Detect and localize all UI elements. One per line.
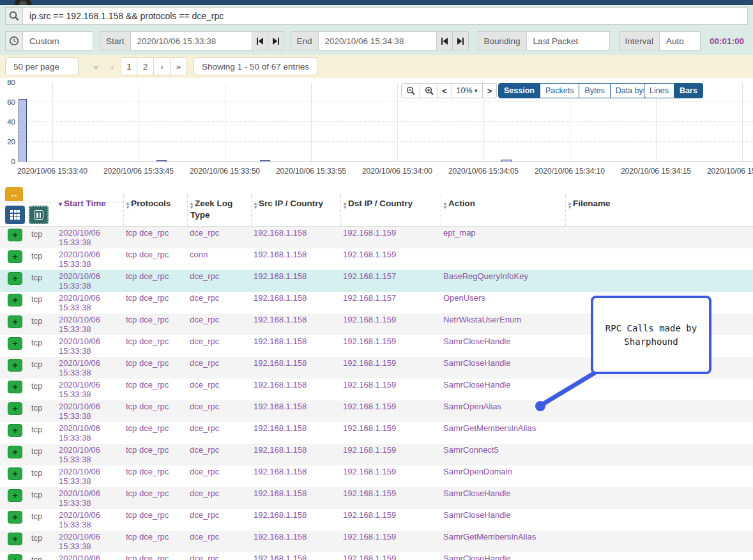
row-action[interactable]: ept_map [441, 227, 565, 248]
row-dst-ip[interactable]: 192.168.1.159 [340, 314, 441, 335]
metric-bytes-button[interactable]: Bytes [579, 83, 610, 98]
row-zeek-log-type[interactable]: dce_rpc [187, 509, 251, 531]
search-input[interactable] [23, 7, 748, 25]
expand-row-button[interactable]: + [8, 272, 22, 285]
page-2-button[interactable]: 2 [137, 57, 154, 75]
row-protocols[interactable]: tcp dce_rpc [123, 227, 187, 248]
page-1-button[interactable]: 1 [121, 57, 137, 75]
row-src-ip[interactable]: 192.168.1.158 [251, 314, 340, 335]
row-dst-ip[interactable]: 192.168.1.159 [340, 335, 441, 357]
row-src-ip[interactable]: 192.168.1.158 [251, 444, 340, 465]
row-action[interactable]: SamrCloseHandle [441, 552, 565, 560]
row-dst-ip[interactable]: 192.168.1.159 [340, 357, 441, 379]
row-action[interactable]: BaseRegQueryInfoKey [441, 270, 565, 292]
row-dst-ip[interactable]: 192.168.1.159 [340, 465, 441, 487]
row-action[interactable] [441, 248, 565, 270]
row-protocols[interactable]: tcp dce_rpc [123, 270, 187, 292]
row-zeek-log-type[interactable]: dce_rpc [187, 270, 251, 292]
row-src-ip[interactable]: 192.168.1.158 [251, 422, 340, 444]
row-action[interactable]: SamrCloseHandle [441, 379, 565, 400]
column-header-dst-ip[interactable]: ▴▾Dst IP / Country [340, 194, 441, 226]
table-row[interactable]: + tcp 2020/10/06 15:33:38 tcp dce_rpc co… [0, 248, 753, 270]
start-step-back-button[interactable] [252, 31, 268, 50]
row-src-ip[interactable]: 192.168.1.158 [251, 400, 340, 422]
prev-page-button[interactable]: ‹ [104, 57, 121, 75]
column-header-protocols[interactable]: ▴▾Protocols [123, 194, 187, 226]
table-row[interactable]: + tcp 2020/10/06 15:33:38 tcp dce_rpc dc… [0, 531, 753, 552]
row-zeek-log-type[interactable]: dce_rpc [187, 292, 251, 314]
row-zeek-log-type[interactable]: dce_rpc [187, 335, 251, 357]
pan-left-button[interactable]: < [437, 83, 452, 98]
row-zeek-log-type[interactable]: dce_rpc [187, 379, 251, 400]
expand-row-button[interactable]: + [8, 533, 22, 545]
column-header-src-ip[interactable]: ▴▾Src IP / Country [251, 194, 340, 226]
expand-row-button[interactable]: + [8, 489, 22, 502]
row-protocols[interactable]: tcp dce_rpc [123, 400, 187, 422]
zoom-level-select[interactable]: 10% ▾ [452, 83, 483, 98]
row-src-ip[interactable]: 192.168.1.158 [251, 487, 340, 509]
end-step-back-button[interactable] [437, 31, 453, 50]
row-action[interactable]: SamrCloseHandle [441, 509, 565, 531]
row-dst-ip[interactable]: 192.168.1.157 [340, 292, 441, 314]
row-zeek-log-type[interactable]: dce_rpc [187, 357, 251, 379]
expand-row-button[interactable]: + [8, 511, 22, 524]
row-protocols[interactable]: tcp dce_rpc [123, 314, 187, 335]
column-header-action[interactable]: ▴▾Action [441, 194, 565, 226]
row-dst-ip[interactable]: 192.168.1.157 [340, 270, 441, 292]
row-dst-ip[interactable]: 192.168.1.159 [340, 379, 441, 400]
row-src-ip[interactable]: 192.168.1.158 [251, 509, 340, 531]
row-dst-ip[interactable]: 192.168.1.159 [340, 248, 441, 270]
row-dst-ip[interactable]: 192.168.1.159 [340, 227, 441, 248]
table-row[interactable]: + tcp 2020/10/06 15:33:38 tcp dce_rpc dc… [0, 552, 753, 560]
row-src-ip[interactable]: 192.168.1.158 [251, 335, 340, 357]
row-dst-ip[interactable]: 192.168.1.159 [340, 444, 441, 465]
column-header-zeek-log-type[interactable]: ▴▾Zeek Log Type [187, 194, 251, 226]
row-dst-ip[interactable]: 192.168.1.159 [340, 422, 441, 444]
table-row[interactable]: + tcp 2020/10/06 15:33:38 tcp dce_rpc dc… [0, 379, 753, 400]
expand-row-button[interactable]: + [8, 229, 22, 241]
row-protocols[interactable]: tcp dce_rpc [123, 335, 187, 357]
row-action[interactable]: SamrOpenAlias [441, 400, 565, 422]
column-header-start-time[interactable]: ▾Start Time [56, 194, 123, 226]
row-protocols[interactable]: tcp dce_rpc [123, 509, 187, 531]
metric-session-button[interactable]: Session [498, 83, 540, 98]
row-src-ip[interactable]: 192.168.1.158 [251, 465, 340, 487]
row-dst-ip[interactable]: 192.168.1.159 [340, 509, 441, 531]
row-action[interactable]: OpenUsers [441, 292, 565, 314]
row-src-ip[interactable]: 192.168.1.158 [251, 531, 340, 552]
row-protocols[interactable]: tcp dce_rpc [123, 357, 187, 379]
row-action[interactable]: SamrGetMembersInAlias [441, 422, 565, 444]
expand-row-button[interactable]: + [8, 467, 22, 480]
expand-row-button[interactable]: + [8, 554, 22, 560]
table-row[interactable]: + tcp 2020/10/06 15:33:38 tcp dce_rpc dc… [0, 487, 753, 509]
row-zeek-log-type[interactable]: dce_rpc [187, 465, 251, 487]
row-protocols[interactable]: tcp dce_rpc [123, 487, 187, 509]
table-row[interactable]: + tcp 2020/10/06 15:33:38 tcp dce_rpc dc… [0, 422, 753, 444]
row-zeek-log-type[interactable]: dce_rpc [187, 552, 251, 560]
table-row[interactable]: + tcp 2020/10/06 15:33:38 tcp dce_rpc dc… [0, 509, 753, 531]
column-header-filename[interactable]: ▴▾Filename [565, 194, 753, 226]
style-lines-button[interactable]: Lines [644, 83, 674, 98]
row-zeek-log-type[interactable]: dce_rpc [187, 422, 251, 444]
expand-row-button[interactable]: + [8, 359, 22, 372]
row-zeek-log-type[interactable]: dce_rpc [187, 487, 251, 509]
row-action[interactable]: NetrWkstaUserEnum [441, 314, 565, 335]
table-row[interactable]: + tcp 2020/10/06 15:33:38 tcp dce_rpc dc… [0, 444, 753, 465]
row-action[interactable]: SamrGetMembersInAlias [441, 531, 565, 552]
expand-row-button[interactable]: + [8, 294, 22, 306]
chart-bar[interactable] [156, 160, 167, 162]
metric-packets-button[interactable]: Packets [540, 83, 579, 98]
row-src-ip[interactable]: 192.168.1.158 [251, 357, 340, 379]
row-src-ip[interactable]: 192.168.1.158 [251, 552, 340, 560]
zoom-out-icon[interactable] [401, 83, 420, 98]
row-dst-ip[interactable]: 192.168.1.159 [340, 552, 441, 560]
row-protocols[interactable]: tcp dce_rpc [123, 379, 187, 400]
page-size-select[interactable]: 50 per page [5, 57, 79, 75]
row-dst-ip[interactable]: 192.168.1.159 [340, 400, 441, 422]
first-page-button[interactable]: « [87, 57, 104, 75]
style-bars-button[interactable]: Bars [674, 83, 703, 98]
row-zeek-log-type[interactable]: dce_rpc [187, 444, 251, 465]
bounding-select[interactable]: Last Packet [527, 31, 610, 50]
expand-row-button[interactable]: + [8, 337, 22, 350]
pan-right-button[interactable]: > [483, 83, 498, 98]
